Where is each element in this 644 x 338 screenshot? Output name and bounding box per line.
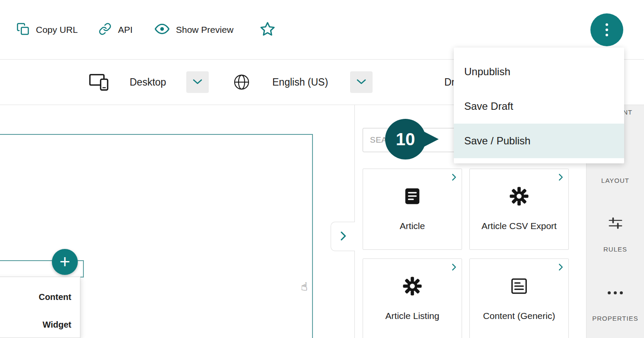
menu-item-save-publish[interactable]: Save / Publish: [454, 124, 624, 158]
add-component-menu: Content Widget: [0, 277, 80, 338]
language-dropdown-button[interactable]: [350, 71, 373, 93]
gear-icon: [402, 276, 422, 298]
device-label: Desktop: [130, 77, 166, 88]
chevron-right-icon: [452, 173, 456, 183]
component-card-label: Article Listing: [386, 311, 440, 321]
copy-url-label: Copy URL: [36, 25, 78, 35]
add-menu-item-widget[interactable]: Widget: [0, 311, 80, 338]
sidebar-item-label: PROPERTIES: [592, 315, 638, 322]
hand-cursor-icon: ☝: [301, 280, 308, 293]
more-actions-menu: Unpublish Save Draft Save / Publish: [454, 48, 624, 163]
component-card-article[interactable]: Article: [363, 169, 462, 250]
more-actions-button[interactable]: [590, 13, 623, 46]
devices-icon: [89, 60, 109, 105]
menu-item-save-draft[interactable]: Save Draft: [454, 89, 624, 124]
api-button[interactable]: API: [99, 0, 133, 60]
show-preview-button[interactable]: Show Preview: [155, 0, 233, 60]
ellipsis-icon: [608, 284, 623, 301]
collapse-panel-button[interactable]: [331, 222, 355, 251]
eye-icon: [155, 22, 169, 38]
add-menu-item-content[interactable]: Content: [0, 283, 80, 311]
link-icon: [99, 22, 112, 37]
sidebar-item-label: RULES: [603, 246, 627, 253]
chevron-right-icon: [558, 263, 563, 273]
chevron-down-icon: [193, 78, 202, 86]
article-icon: [402, 186, 422, 208]
device-selector[interactable]: Desktop: [130, 60, 166, 105]
page-canvas[interactable]: + Content Widget ☝: [0, 105, 354, 338]
device-dropdown-button[interactable]: [186, 71, 209, 93]
component-card-article-csv-export[interactable]: Article CSV Export: [469, 169, 569, 250]
content-generic-icon: [509, 276, 529, 298]
copy-icon: [16, 22, 29, 37]
sidebar-item-properties[interactable]: PROPERTIES: [587, 284, 644, 322]
component-card-label: Content (Generic): [483, 311, 555, 321]
sliders-icon: [607, 215, 624, 232]
component-card-label: Article CSV Export: [481, 221, 557, 231]
sidebar-item-rules[interactable]: RULES: [587, 215, 644, 253]
api-label: API: [118, 25, 133, 35]
component-card-label: Article: [400, 221, 425, 231]
gear-icon: [509, 186, 529, 208]
globe-icon: [233, 60, 250, 105]
chevron-right-icon: [452, 263, 456, 273]
language-selector[interactable]: English (US): [272, 60, 328, 105]
kebab-icon: [606, 23, 608, 26]
add-component-button[interactable]: +: [52, 249, 78, 275]
star-icon: [259, 21, 276, 39]
chevron-down-icon: [357, 78, 366, 86]
chevron-right-icon: [340, 231, 346, 242]
chevron-right-icon: [558, 173, 563, 183]
copy-url-button[interactable]: Copy URL: [16, 0, 78, 60]
language-label: English (US): [272, 77, 328, 88]
show-preview-label: Show Preview: [176, 25, 233, 35]
favorite-star-button[interactable]: [259, 0, 276, 60]
component-card-content-generic[interactable]: Content (Generic): [469, 258, 569, 338]
menu-item-unpublish[interactable]: Unpublish: [454, 54, 624, 89]
sidebar-item-label: LAYOUT: [601, 177, 629, 184]
component-card-article-listing[interactable]: Article Listing: [363, 258, 462, 338]
